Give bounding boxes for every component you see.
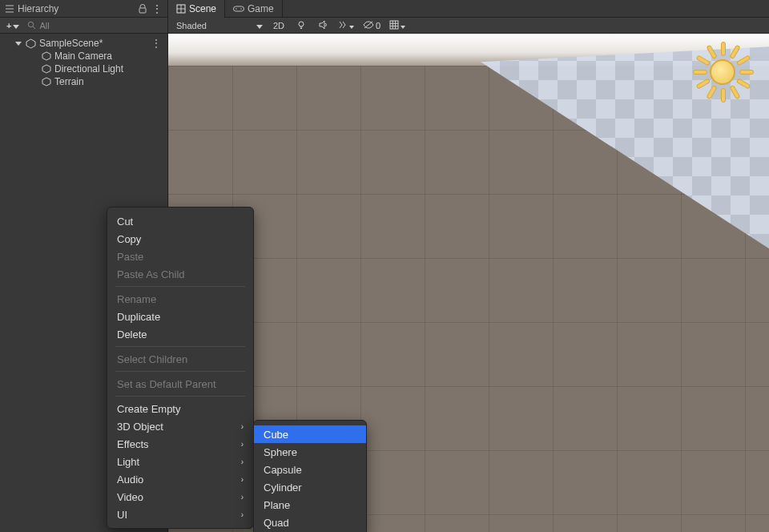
chevron-down-icon xyxy=(349,21,354,30)
scene-tabs: Scene Game xyxy=(168,0,769,18)
submenu-arrow-icon: › xyxy=(241,493,244,502)
sun-ray-icon xyxy=(721,42,726,56)
hierarchy-item-main-camera[interactable]: Main Camera xyxy=(0,50,167,62)
chevron-down-icon xyxy=(256,21,263,30)
submenu-arrow-icon: › xyxy=(241,510,244,519)
grid-icon xyxy=(389,20,399,31)
sun-ray-icon xyxy=(706,85,717,100)
menu-item-select-children: Select Children xyxy=(107,350,253,368)
svg-marker-6 xyxy=(42,78,50,86)
scene-tab-icon xyxy=(176,4,186,14)
hierarchy-tree: SampleScene* ⋮ Main Camera Directional L… xyxy=(0,34,167,91)
menu-separator xyxy=(115,346,245,347)
unity-scene-icon xyxy=(26,38,36,49)
submenu-item-cylinder[interactable]: Cylinder xyxy=(254,478,366,496)
lock-icon[interactable] xyxy=(137,4,148,14)
svg-rect-18 xyxy=(390,21,398,29)
scene-visibility-dropdown[interactable]: 0 xyxy=(358,18,385,33)
search-placeholder: All xyxy=(39,21,49,30)
menu-item-cut[interactable]: Cut xyxy=(107,212,253,230)
menu-item-paste: Paste xyxy=(107,248,253,265)
chevron-down-icon xyxy=(401,21,405,30)
submenu-arrow-icon: › xyxy=(241,457,244,466)
submenu-item-capsule[interactable]: Capsule xyxy=(254,461,366,478)
sun-ray-icon xyxy=(736,78,751,89)
submenu-item-cube[interactable]: Cube xyxy=(254,425,366,443)
panel-options-icon[interactable]: ⋮ xyxy=(151,5,163,13)
fx-icon xyxy=(338,20,348,31)
scene-audio-toggle[interactable] xyxy=(313,18,334,33)
hierarchy-item-label: Terrain xyxy=(54,76,84,87)
menu-item-copy[interactable]: Copy xyxy=(107,230,253,248)
menu-item-set-default-parent: Set as Default Parent xyxy=(107,375,253,393)
scene-fx-dropdown[interactable] xyxy=(336,18,356,33)
menu-item-light[interactable]: Light› xyxy=(107,453,253,470)
tab-label: Game xyxy=(248,3,274,14)
submenu-item-plane[interactable]: Plane xyxy=(254,496,366,514)
svg-marker-5 xyxy=(42,65,50,73)
sun-ray-icon xyxy=(696,78,711,89)
hierarchy-item-label: Main Camera xyxy=(54,50,112,62)
toggle-2d-label: 2D xyxy=(273,21,284,30)
scene-lighting-toggle[interactable] xyxy=(291,18,312,33)
gameobject-icon xyxy=(42,77,51,87)
sun-ray-icon xyxy=(721,88,726,103)
hierarchy-context-menu: Cut Copy Paste Paste As Child Rename Dup… xyxy=(107,207,254,529)
shading-mode-label: Shaded xyxy=(176,21,256,30)
submenu-arrow-icon: › xyxy=(241,440,244,449)
gameobject-icon xyxy=(42,64,51,74)
svg-line-2 xyxy=(33,26,35,29)
foldout-toggle[interactable] xyxy=(14,42,22,46)
menu-item-rename: Rename xyxy=(107,290,253,308)
menu-item-paste-as-child: Paste As Child xyxy=(107,265,253,283)
hidden-count-label: 0 xyxy=(376,21,380,30)
menu-item-effects[interactable]: Effects› xyxy=(107,435,253,453)
gameobject-icon xyxy=(42,51,51,61)
chevron-down-icon xyxy=(13,21,19,30)
submenu-3d-object: Cube Sphere Capsule Cylinder Plane Quad xyxy=(253,420,367,532)
submenu-item-sphere[interactable]: Sphere xyxy=(254,443,366,461)
menu-item-create-empty[interactable]: Create Empty xyxy=(107,400,253,417)
sun-ray-icon xyxy=(693,70,707,75)
sun-ray-icon xyxy=(696,54,711,66)
scene-options-icon[interactable]: ⋮ xyxy=(151,38,164,49)
plus-icon: + xyxy=(6,21,11,30)
menu-item-audio[interactable]: Audio› xyxy=(107,470,253,488)
svg-marker-16 xyxy=(320,21,324,29)
svg-rect-0 xyxy=(139,8,146,13)
directional-light-gizmo[interactable] xyxy=(690,40,755,104)
sun-ray-icon xyxy=(739,70,754,75)
menu-item-video[interactable]: Video› xyxy=(107,488,253,506)
scene-camera-settings-dropdown[interactable] xyxy=(387,18,408,33)
sun-ray-icon xyxy=(729,85,740,100)
menu-item-duplicate[interactable]: Duplicate xyxy=(107,308,253,325)
submenu-item-quad[interactable]: Quad xyxy=(254,514,366,531)
search-icon xyxy=(27,21,36,30)
tab-scene[interactable]: Scene xyxy=(168,0,225,18)
svg-point-13 xyxy=(299,22,304,26)
create-dropdown-button[interactable]: + xyxy=(3,18,22,33)
lightbulb-icon xyxy=(296,20,306,31)
shading-mode-dropdown[interactable]: Shaded xyxy=(171,21,268,30)
hierarchy-scene-row[interactable]: SampleScene* ⋮ xyxy=(0,37,167,50)
hierarchy-item-directional-light[interactable]: Directional Light xyxy=(0,62,167,75)
toggle-2d-button[interactable]: 2D xyxy=(268,18,289,33)
svg-marker-3 xyxy=(26,39,35,48)
menu-item-3d-object[interactable]: 3D Object› xyxy=(107,417,253,435)
scene-toolbar: Shaded 2D 0 xyxy=(168,18,769,34)
hierarchy-search[interactable]: All xyxy=(27,21,164,30)
hierarchy-toolbar: + All xyxy=(0,18,167,34)
menu-item-delete[interactable]: Delete xyxy=(107,325,253,343)
hierarchy-tab-icon xyxy=(5,4,14,14)
audio-icon xyxy=(319,20,328,31)
hierarchy-header: Hierarchy ⋮ xyxy=(0,0,167,18)
sun-core-icon xyxy=(710,59,735,85)
tab-game[interactable]: Game xyxy=(225,0,283,18)
menu-separator xyxy=(115,371,245,372)
svg-point-1 xyxy=(29,22,34,26)
menu-item-ui[interactable]: UI› xyxy=(107,506,253,523)
sun-ray-icon xyxy=(736,54,751,66)
submenu-arrow-icon: › xyxy=(241,475,244,484)
sun-ray-icon xyxy=(729,45,740,60)
hierarchy-item-terrain[interactable]: Terrain xyxy=(0,75,167,88)
